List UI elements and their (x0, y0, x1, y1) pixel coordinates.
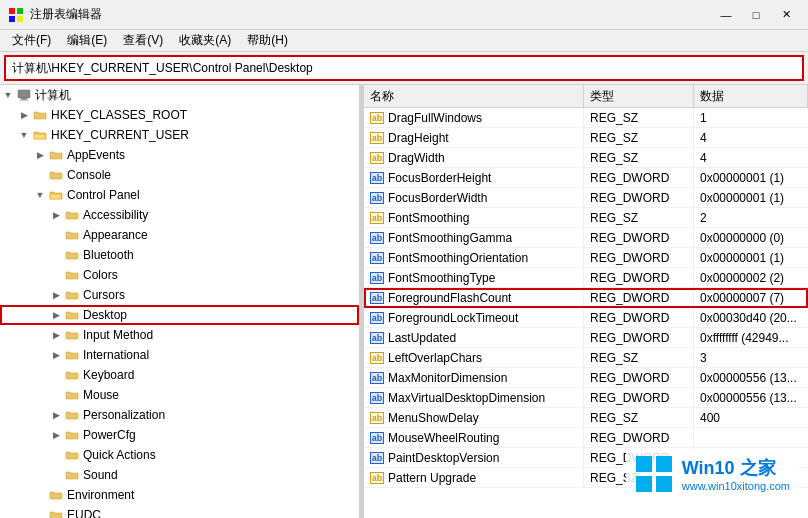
table-row[interactable]: abPaintDesktopVersionREG_DWORD (364, 448, 808, 468)
tree-item-label: Desktop (83, 308, 127, 322)
tree-item-label: Bluetooth (83, 248, 134, 262)
expand-icon[interactable] (32, 505, 48, 518)
cell-type: REG_DWORD (584, 288, 694, 307)
tree-item-keyboard[interactable]: Keyboard (0, 365, 359, 385)
table-row[interactable]: abDragFullWindowsREG_SZ1 (364, 108, 808, 128)
tree-item-label: EUDC (67, 508, 101, 518)
table-row[interactable]: abFontSmoothingGammaREG_DWORD0x00000000 … (364, 228, 808, 248)
cell-data: 0x00000001 (1) (694, 188, 808, 207)
tree-item-powercfg[interactable]: ▶ PowerCfg (0, 425, 359, 445)
minimize-button[interactable]: — (712, 5, 740, 25)
tree-item-accessibility[interactable]: ▶ Accessibility (0, 205, 359, 225)
tree-item-appevents[interactable]: ▶ AppEvents (0, 145, 359, 165)
expand-icon[interactable] (32, 485, 48, 505)
cell-type: REG_SZ (584, 408, 694, 427)
tree-item-sound[interactable]: Sound (0, 465, 359, 485)
expand-icon[interactable]: ▶ (48, 305, 64, 325)
tree-item-hkcu[interactable]: ▼ HKEY_CURRENT_USER (0, 125, 359, 145)
reg-name: MenuShowDelay (388, 411, 479, 425)
tree-item-inputmethod[interactable]: ▶ Input Method (0, 325, 359, 345)
expand-icon[interactable]: ▶ (48, 285, 64, 305)
tree-item-international[interactable]: ▶ International (0, 345, 359, 365)
cell-data: 0x00000556 (13... (694, 388, 808, 407)
expand-icon[interactable]: ▼ (16, 125, 32, 145)
tree-item-environment[interactable]: Environment (0, 485, 359, 505)
table-row[interactable]: abMaxMonitorDimensionREG_DWORD0x00000556… (364, 368, 808, 388)
table-row[interactable]: abFontSmoothingOrientationREG_DWORD0x000… (364, 248, 808, 268)
expand-icon[interactable]: ▶ (16, 105, 32, 125)
table-row[interactable]: abForegroundLockTimeoutREG_DWORD0x00030d… (364, 308, 808, 328)
tree-item-computer[interactable]: ▼ 计算机 (0, 85, 359, 105)
title-controls: — □ ✕ (712, 5, 800, 25)
table-row[interactable]: abLastUpdatedREG_DWORD0xffffffff (42949.… (364, 328, 808, 348)
cell-name: abForegroundFlashCount (364, 288, 584, 307)
maximize-button[interactable]: □ (742, 5, 770, 25)
expand-icon[interactable] (48, 225, 64, 245)
table-row[interactable]: abMenuShowDelayREG_SZ400 (364, 408, 808, 428)
expand-icon[interactable]: ▶ (32, 145, 48, 165)
expand-icon[interactable]: ▶ (48, 425, 64, 445)
tree-item-colors[interactable]: Colors (0, 265, 359, 285)
table-row[interactable]: abDragWidthREG_SZ4 (364, 148, 808, 168)
tree-item-label: Cursors (83, 288, 125, 302)
tree-item-bluetooth[interactable]: Bluetooth (0, 245, 359, 265)
tree-item-appearance[interactable]: Appearance (0, 225, 359, 245)
close-button[interactable]: ✕ (772, 5, 800, 25)
cell-data: 0xffffffff (42949... (694, 328, 808, 347)
cell-data: 0x00000556 (13... (694, 368, 808, 387)
app-icon (8, 7, 24, 23)
tree-item-desktop[interactable]: ▶ Desktop (0, 305, 359, 325)
expand-icon[interactable] (32, 165, 48, 185)
tree-item-label: Personalization (83, 408, 165, 422)
menu-file[interactable]: 文件(F) (4, 31, 59, 51)
table-row[interactable]: abLeftOverlapCharsREG_SZ3 (364, 348, 808, 368)
expand-icon[interactable] (48, 465, 64, 485)
table-row[interactable]: abFocusBorderWidthREG_DWORD0x00000001 (1… (364, 188, 808, 208)
expand-icon[interactable] (48, 245, 64, 265)
expand-icon[interactable]: ▼ (32, 185, 48, 205)
address-bar: 计算机\HKEY_CURRENT_USER\Control Panel\Desk… (4, 55, 804, 81)
table-row[interactable]: abForegroundFlashCountREG_DWORD0x0000000… (364, 288, 808, 308)
expand-icon[interactable]: ▶ (48, 325, 64, 345)
tree-item-eudc[interactable]: EUDC (0, 505, 359, 518)
folder-icon (64, 467, 80, 483)
cell-data (694, 448, 808, 467)
table-row[interactable]: abPattern UpgradeREG_SZ (364, 468, 808, 488)
values-scroll[interactable]: 名称 类型 数据 abDragFullWindowsREG_SZ1abDragH… (364, 85, 808, 518)
tree-item-label: Sound (83, 468, 118, 482)
expand-icon[interactable]: ▼ (0, 85, 16, 105)
cell-name: abMaxVirtualDesktopDimension (364, 388, 584, 407)
cell-type: REG_DWORD (584, 268, 694, 287)
reg-type-icon: ab (370, 252, 384, 264)
menu-help[interactable]: 帮助(H) (239, 31, 296, 51)
tree-item-cursors[interactable]: ▶ Cursors (0, 285, 359, 305)
table-row[interactable]: abMaxVirtualDesktopDimensionREG_DWORD0x0… (364, 388, 808, 408)
tree-item-hkcr[interactable]: ▶ HKEY_CLASSES_ROOT (0, 105, 359, 125)
menu-edit[interactable]: 编辑(E) (59, 31, 115, 51)
menu-view[interactable]: 查看(V) (115, 31, 171, 51)
expand-icon[interactable]: ▶ (48, 345, 64, 365)
expand-icon[interactable]: ▶ (48, 205, 64, 225)
table-row[interactable]: abFontSmoothingTypeREG_DWORD0x00000002 (… (364, 268, 808, 288)
cell-data (694, 468, 808, 487)
menu-favorites[interactable]: 收藏夹(A) (171, 31, 239, 51)
reg-type-icon: ab (370, 192, 384, 204)
table-row[interactable]: abMouseWheelRoutingREG_DWORD (364, 428, 808, 448)
tree-item-mouse[interactable]: Mouse (0, 385, 359, 405)
title-bar-left: 注册表编辑器 (8, 6, 102, 23)
tree-item-console[interactable]: Console (0, 165, 359, 185)
tree-scroll[interactable]: ▼ 计算机▶ HKEY_CLASSES_ROOT▼ HKEY_CURRENT_U… (0, 85, 359, 518)
expand-icon[interactable] (48, 445, 64, 465)
table-row[interactable]: abDragHeightREG_SZ4 (364, 128, 808, 148)
reg-type-icon: ab (370, 112, 384, 124)
tree-item-personalization[interactable]: ▶ Personalization (0, 405, 359, 425)
table-row[interactable]: abFocusBorderHeightREG_DWORD0x00000001 (… (364, 168, 808, 188)
expand-icon[interactable]: ▶ (48, 405, 64, 425)
expand-icon[interactable] (48, 265, 64, 285)
tree-item-controlpanel[interactable]: ▼ Control Panel (0, 185, 359, 205)
table-row[interactable]: abFontSmoothingREG_SZ2 (364, 208, 808, 228)
tree-item-quickactions[interactable]: Quick Actions (0, 445, 359, 465)
expand-icon[interactable] (48, 385, 64, 405)
expand-icon[interactable] (48, 365, 64, 385)
reg-type-icon: ab (370, 452, 384, 464)
